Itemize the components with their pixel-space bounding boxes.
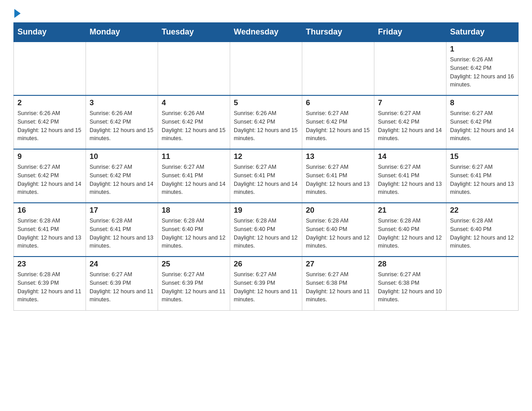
calendar-day-cell: 6Sunrise: 6:27 AMSunset: 6:42 PMDaylight… bbox=[302, 95, 374, 149]
calendar-day-cell: 7Sunrise: 6:27 AMSunset: 6:42 PMDaylight… bbox=[374, 95, 446, 149]
day-number: 19 bbox=[234, 206, 298, 215]
day-number: 13 bbox=[306, 152, 370, 161]
weekday-header-monday: Monday bbox=[86, 23, 158, 42]
day-number: 22 bbox=[450, 206, 515, 215]
day-number: 9 bbox=[17, 152, 82, 161]
day-info: Sunrise: 6:27 AMSunset: 6:42 PMDaylight:… bbox=[378, 109, 442, 143]
logo-arrow-icon bbox=[14, 9, 21, 18]
weekday-header-wednesday: Wednesday bbox=[230, 23, 302, 42]
day-info: Sunrise: 6:28 AMSunset: 6:40 PMDaylight:… bbox=[234, 217, 298, 250]
day-info: Sunrise: 6:27 AMSunset: 6:41 PMDaylight:… bbox=[306, 163, 370, 197]
day-info: Sunrise: 6:27 AMSunset: 6:41 PMDaylight:… bbox=[378, 163, 442, 197]
calendar-day-cell bbox=[230, 42, 302, 95]
day-info: Sunrise: 6:27 AMSunset: 6:38 PMDaylight:… bbox=[306, 270, 370, 304]
day-number: 1 bbox=[450, 45, 515, 54]
day-info: Sunrise: 6:27 AMSunset: 6:42 PMDaylight:… bbox=[306, 109, 370, 143]
calendar-week-row: 2Sunrise: 6:26 AMSunset: 6:42 PMDaylight… bbox=[14, 95, 519, 149]
calendar-day-cell: 8Sunrise: 6:27 AMSunset: 6:42 PMDaylight… bbox=[446, 95, 519, 149]
calendar-day-cell: 2Sunrise: 6:26 AMSunset: 6:42 PMDaylight… bbox=[14, 95, 86, 149]
day-number: 3 bbox=[90, 98, 154, 107]
day-number: 18 bbox=[162, 206, 226, 215]
calendar-week-row: 9Sunrise: 6:27 AMSunset: 6:42 PMDaylight… bbox=[14, 149, 519, 203]
day-info: Sunrise: 6:27 AMSunset: 6:41 PMDaylight:… bbox=[162, 163, 226, 197]
day-info: Sunrise: 6:28 AMSunset: 6:40 PMDaylight:… bbox=[306, 217, 370, 250]
calendar-day-cell: 21Sunrise: 6:28 AMSunset: 6:40 PMDayligh… bbox=[374, 203, 446, 257]
calendar-day-cell: 10Sunrise: 6:27 AMSunset: 6:42 PMDayligh… bbox=[86, 149, 158, 203]
calendar-day-cell bbox=[446, 257, 519, 310]
day-info: Sunrise: 6:26 AMSunset: 6:42 PMDaylight:… bbox=[17, 109, 82, 143]
weekday-header-sunday: Sunday bbox=[14, 23, 86, 42]
calendar-day-cell: 16Sunrise: 6:28 AMSunset: 6:41 PMDayligh… bbox=[14, 203, 86, 257]
day-number: 27 bbox=[306, 260, 370, 269]
day-number: 4 bbox=[162, 98, 226, 107]
calendar-week-row: 23Sunrise: 6:28 AMSunset: 6:39 PMDayligh… bbox=[14, 257, 519, 310]
day-info: Sunrise: 6:27 AMSunset: 6:39 PMDaylight:… bbox=[234, 270, 298, 304]
day-number: 16 bbox=[17, 206, 82, 215]
day-info: Sunrise: 6:27 AMSunset: 6:41 PMDaylight:… bbox=[234, 163, 298, 197]
day-info: Sunrise: 6:26 AMSunset: 6:42 PMDaylight:… bbox=[90, 109, 154, 143]
calendar-day-cell bbox=[374, 42, 446, 95]
day-number: 28 bbox=[378, 260, 442, 269]
calendar-day-cell bbox=[302, 42, 374, 95]
day-number: 2 bbox=[17, 98, 82, 107]
day-info: Sunrise: 6:27 AMSunset: 6:39 PMDaylight:… bbox=[162, 270, 226, 304]
weekday-header-saturday: Saturday bbox=[446, 23, 519, 42]
calendar-day-cell: 27Sunrise: 6:27 AMSunset: 6:38 PMDayligh… bbox=[302, 257, 374, 310]
day-info: Sunrise: 6:27 AMSunset: 6:38 PMDaylight:… bbox=[378, 270, 442, 304]
day-info: Sunrise: 6:26 AMSunset: 6:42 PMDaylight:… bbox=[162, 109, 226, 143]
calendar-day-cell: 22Sunrise: 6:28 AMSunset: 6:40 PMDayligh… bbox=[446, 203, 519, 257]
weekday-header-row: SundayMondayTuesdayWednesdayThursdayFrid… bbox=[14, 23, 519, 42]
calendar-day-cell: 24Sunrise: 6:27 AMSunset: 6:39 PMDayligh… bbox=[86, 257, 158, 310]
calendar-day-cell: 4Sunrise: 6:26 AMSunset: 6:42 PMDaylight… bbox=[158, 95, 230, 149]
day-number: 24 bbox=[90, 260, 154, 269]
day-info: Sunrise: 6:27 AMSunset: 6:41 PMDaylight:… bbox=[450, 163, 515, 197]
calendar-day-cell: 13Sunrise: 6:27 AMSunset: 6:41 PMDayligh… bbox=[302, 149, 374, 203]
calendar-day-cell: 17Sunrise: 6:28 AMSunset: 6:41 PMDayligh… bbox=[86, 203, 158, 257]
calendar-day-cell: 9Sunrise: 6:27 AMSunset: 6:42 PMDaylight… bbox=[14, 149, 86, 203]
day-info: Sunrise: 6:28 AMSunset: 6:40 PMDaylight:… bbox=[450, 217, 515, 250]
day-number: 23 bbox=[17, 260, 82, 269]
calendar-week-row: 16Sunrise: 6:28 AMSunset: 6:41 PMDayligh… bbox=[14, 203, 519, 257]
calendar-day-cell: 3Sunrise: 6:26 AMSunset: 6:42 PMDaylight… bbox=[86, 95, 158, 149]
day-number: 26 bbox=[234, 260, 298, 269]
day-info: Sunrise: 6:28 AMSunset: 6:40 PMDaylight:… bbox=[378, 217, 442, 250]
calendar-day-cell: 15Sunrise: 6:27 AMSunset: 6:41 PMDayligh… bbox=[446, 149, 519, 203]
page-header bbox=[13, 9, 519, 18]
day-number: 11 bbox=[162, 152, 226, 161]
calendar-day-cell: 23Sunrise: 6:28 AMSunset: 6:39 PMDayligh… bbox=[14, 257, 86, 310]
day-info: Sunrise: 6:28 AMSunset: 6:41 PMDaylight:… bbox=[90, 217, 154, 250]
day-info: Sunrise: 6:28 AMSunset: 6:39 PMDaylight:… bbox=[17, 270, 82, 304]
calendar-day-cell: 14Sunrise: 6:27 AMSunset: 6:41 PMDayligh… bbox=[374, 149, 446, 203]
calendar-day-cell: 19Sunrise: 6:28 AMSunset: 6:40 PMDayligh… bbox=[230, 203, 302, 257]
day-info: Sunrise: 6:27 AMSunset: 6:42 PMDaylight:… bbox=[17, 163, 82, 197]
day-number: 10 bbox=[90, 152, 154, 161]
day-info: Sunrise: 6:28 AMSunset: 6:41 PMDaylight:… bbox=[17, 217, 82, 250]
calendar-day-cell: 5Sunrise: 6:26 AMSunset: 6:42 PMDaylight… bbox=[230, 95, 302, 149]
calendar-day-cell: 28Sunrise: 6:27 AMSunset: 6:38 PMDayligh… bbox=[374, 257, 446, 310]
calendar-day-cell bbox=[86, 42, 158, 95]
day-number: 15 bbox=[450, 152, 515, 161]
calendar-day-cell bbox=[158, 42, 230, 95]
day-number: 7 bbox=[378, 98, 442, 107]
day-number: 20 bbox=[306, 206, 370, 215]
day-number: 12 bbox=[234, 152, 298, 161]
day-info: Sunrise: 6:27 AMSunset: 6:39 PMDaylight:… bbox=[90, 270, 154, 304]
calendar-day-cell: 18Sunrise: 6:28 AMSunset: 6:40 PMDayligh… bbox=[158, 203, 230, 257]
calendar-day-cell: 11Sunrise: 6:27 AMSunset: 6:41 PMDayligh… bbox=[158, 149, 230, 203]
weekday-header-thursday: Thursday bbox=[302, 23, 374, 42]
calendar-day-cell: 12Sunrise: 6:27 AMSunset: 6:41 PMDayligh… bbox=[230, 149, 302, 203]
day-number: 14 bbox=[378, 152, 442, 161]
day-number: 25 bbox=[162, 260, 226, 269]
calendar-week-row: 1Sunrise: 6:26 AMSunset: 6:42 PMDaylight… bbox=[14, 42, 519, 95]
day-info: Sunrise: 6:27 AMSunset: 6:42 PMDaylight:… bbox=[90, 163, 154, 197]
calendar-day-cell: 20Sunrise: 6:28 AMSunset: 6:40 PMDayligh… bbox=[302, 203, 374, 257]
weekday-header-tuesday: Tuesday bbox=[158, 23, 230, 42]
day-number: 6 bbox=[306, 98, 370, 107]
logo bbox=[13, 9, 21, 18]
calendar-day-cell: 25Sunrise: 6:27 AMSunset: 6:39 PMDayligh… bbox=[158, 257, 230, 310]
day-info: Sunrise: 6:28 AMSunset: 6:40 PMDaylight:… bbox=[162, 217, 226, 250]
calendar-day-cell: 1Sunrise: 6:26 AMSunset: 6:42 PMDaylight… bbox=[446, 42, 519, 95]
day-info: Sunrise: 6:26 AMSunset: 6:42 PMDaylight:… bbox=[450, 56, 515, 89]
calendar-day-cell bbox=[14, 42, 86, 95]
day-number: 21 bbox=[378, 206, 442, 215]
